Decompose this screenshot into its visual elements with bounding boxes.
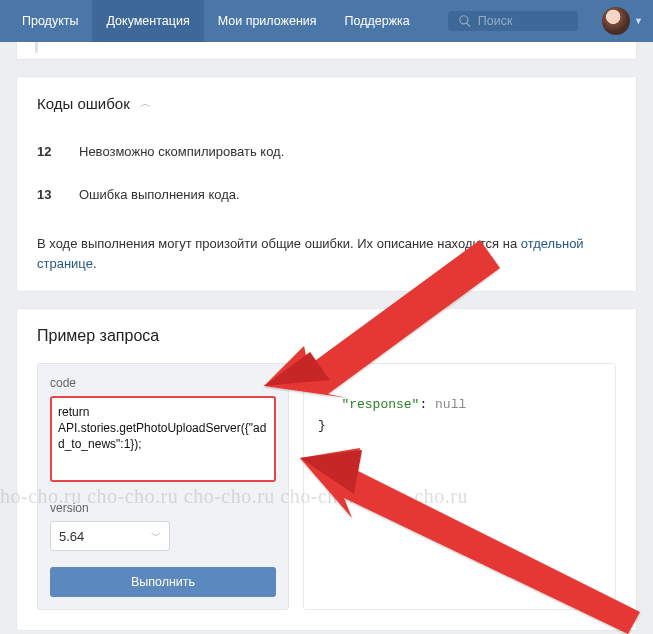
top-nav: Продукты Документация Мои приложения Под…	[0, 0, 653, 42]
errors-footer-suffix: .	[93, 256, 97, 271]
version-value: 5.64	[59, 529, 84, 544]
example-title: Пример запроса	[37, 327, 616, 345]
errors-title[interactable]: Коды ошибок ︿	[37, 95, 616, 112]
execute-button[interactable]: Выполнить	[50, 567, 276, 597]
nav-products[interactable]: Продукты	[8, 0, 92, 42]
code-label: code	[50, 376, 276, 390]
json-brace: }	[318, 418, 326, 433]
error-code: 13	[37, 187, 59, 202]
nav-support[interactable]: Поддержка	[331, 0, 424, 42]
nav-myapps[interactable]: Мои приложения	[204, 0, 331, 42]
version-select[interactable]: 5.64 ﹀	[50, 521, 170, 551]
json-key: "response"	[341, 397, 419, 412]
search-placeholder: Поиск	[478, 14, 513, 28]
code-input[interactable]	[50, 396, 276, 482]
example-card: Пример запроса code version 5.64 ﹀ Выпол…	[16, 308, 637, 631]
json-sep: :	[419, 397, 435, 412]
json-brace: {	[318, 376, 326, 391]
params-panel: code version 5.64 ﹀ Выполнить	[37, 363, 289, 610]
avatar	[602, 7, 630, 35]
response-panel: { "response": null }	[303, 363, 616, 610]
chevron-down-icon: ﹀	[151, 529, 161, 543]
errors-footer: В ходе выполнения могут произойти общие …	[37, 216, 616, 273]
errors-title-text: Коды ошибок	[37, 95, 130, 112]
search-icon	[458, 14, 472, 28]
error-text: Невозможно скомпилировать код.	[79, 144, 284, 159]
user-menu[interactable]: ▼	[602, 7, 653, 35]
chevron-up-icon: ︿	[140, 96, 151, 111]
json-value: null	[435, 397, 466, 412]
search-input[interactable]: Поиск	[448, 11, 578, 31]
errors-card: Коды ошибок ︿ 12 Невозможно скомпилирова…	[16, 76, 637, 292]
version-label: version	[50, 501, 276, 515]
errors-footer-prefix: В ходе выполнения могут произойти общие …	[37, 236, 521, 251]
error-row: 13 Ошибка выполнения кода.	[37, 173, 616, 216]
content-top-strip	[16, 42, 637, 60]
error-row: 12 Невозможно скомпилировать код.	[37, 130, 616, 173]
error-text: Ошибка выполнения кода.	[79, 187, 240, 202]
nav-documentation[interactable]: Документация	[92, 0, 203, 42]
chevron-down-icon: ▼	[634, 16, 643, 26]
error-code: 12	[37, 144, 59, 159]
